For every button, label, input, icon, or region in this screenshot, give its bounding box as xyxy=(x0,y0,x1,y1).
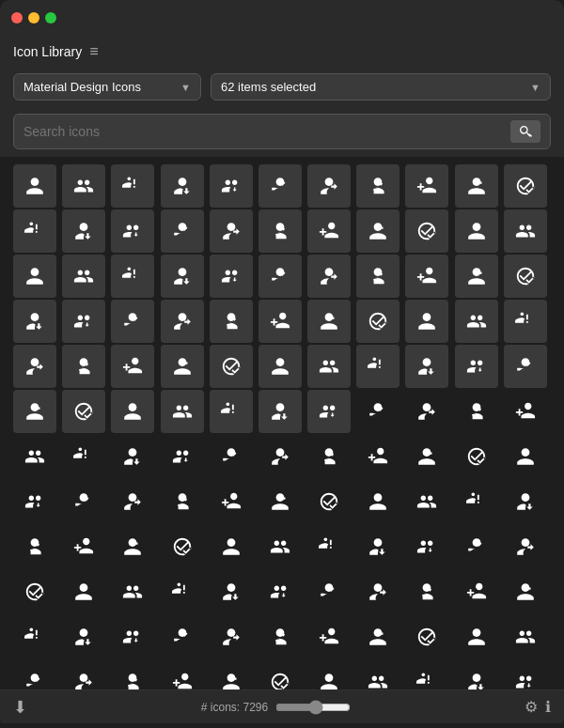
icon-cell[interactable] xyxy=(405,570,448,613)
icon-cell[interactable] xyxy=(504,345,547,388)
icon-cell[interactable] xyxy=(455,435,498,478)
icon-cell[interactable] xyxy=(504,525,547,568)
icon-cell[interactable] xyxy=(210,164,253,208)
icon-cell[interactable] xyxy=(111,480,154,523)
icon-cell[interactable] xyxy=(13,615,56,658)
icon-cell[interactable] xyxy=(356,164,400,208)
icon-cell[interactable] xyxy=(111,615,154,658)
info-button[interactable]: ℹ xyxy=(545,698,551,716)
icon-cell[interactable] xyxy=(504,300,547,343)
icon-cell[interactable] xyxy=(504,435,547,478)
icon-cell[interactable] xyxy=(455,390,498,433)
icon-cell[interactable] xyxy=(405,480,448,523)
icon-cell[interactable] xyxy=(455,209,498,253)
icon-cell[interactable] xyxy=(13,300,56,343)
size-slider[interactable] xyxy=(275,700,351,715)
icon-cell[interactable] xyxy=(455,164,498,208)
icon-cell[interactable] xyxy=(258,390,302,433)
close-button[interactable] xyxy=(11,12,23,23)
icon-cell[interactable] xyxy=(455,255,498,298)
icon-cell[interactable] xyxy=(307,435,351,478)
icon-cell[interactable] xyxy=(258,480,302,523)
icon-cell[interactable] xyxy=(62,615,105,658)
icon-cell[interactable] xyxy=(161,209,204,253)
icon-cell[interactable] xyxy=(62,164,105,208)
icon-cell[interactable] xyxy=(356,435,400,478)
icon-cell[interactable] xyxy=(504,164,547,208)
icon-cell[interactable] xyxy=(307,164,351,208)
icon-cell[interactable] xyxy=(455,300,498,343)
icon-cell[interactable] xyxy=(210,345,253,388)
icon-cell[interactable] xyxy=(210,255,253,298)
icon-cell[interactable] xyxy=(307,300,351,343)
icon-cell[interactable] xyxy=(307,660,351,689)
selected-dropdown[interactable]: 62 items selected ▼ xyxy=(211,73,551,101)
icon-cell[interactable] xyxy=(258,525,302,568)
icon-cell[interactable] xyxy=(210,390,253,433)
search-button[interactable] xyxy=(510,120,540,143)
icon-cell[interactable] xyxy=(356,480,400,523)
icon-cell[interactable] xyxy=(161,345,204,388)
icon-cell[interactable] xyxy=(62,345,105,388)
icon-cell[interactable] xyxy=(161,615,204,658)
icon-cell[interactable] xyxy=(13,390,56,433)
menu-icon[interactable]: ≡ xyxy=(89,43,98,60)
icon-cell[interactable] xyxy=(258,660,302,689)
icon-cell[interactable] xyxy=(405,164,448,208)
icon-cell[interactable] xyxy=(455,615,498,658)
icon-cell[interactable] xyxy=(405,209,448,253)
download-button[interactable]: ⬇ xyxy=(13,697,27,718)
maximize-button[interactable] xyxy=(45,12,56,23)
icon-cell[interactable] xyxy=(356,255,400,298)
icon-cell[interactable] xyxy=(111,390,154,433)
icon-cell[interactable] xyxy=(504,255,547,298)
icon-cell[interactable] xyxy=(455,345,498,388)
icon-cell[interactable] xyxy=(62,209,105,253)
icon-cell[interactable] xyxy=(210,525,253,568)
icon-cell[interactable] xyxy=(111,435,154,478)
icon-cell[interactable] xyxy=(161,660,204,689)
settings-button[interactable]: ⚙ xyxy=(525,698,538,716)
icon-cell[interactable] xyxy=(62,660,105,689)
icon-cell[interactable] xyxy=(307,209,351,253)
icon-cell[interactable] xyxy=(161,480,204,523)
icon-cell[interactable] xyxy=(405,345,448,388)
icon-cell[interactable] xyxy=(307,615,351,658)
icon-cell[interactable] xyxy=(161,525,204,568)
icon-cell[interactable] xyxy=(13,525,56,568)
icon-cell[interactable] xyxy=(62,480,105,523)
icons-container[interactable] xyxy=(0,157,564,689)
icon-cell[interactable] xyxy=(504,480,547,523)
icon-cell[interactable] xyxy=(111,525,154,568)
icon-cell[interactable] xyxy=(258,570,302,613)
icon-cell[interactable] xyxy=(405,255,448,298)
icon-cell[interactable] xyxy=(504,615,547,658)
icon-cell[interactable] xyxy=(258,255,302,298)
icon-cell[interactable] xyxy=(161,164,204,208)
icon-cell[interactable] xyxy=(258,615,302,658)
icon-cell[interactable] xyxy=(210,209,253,253)
icon-cell[interactable] xyxy=(356,209,400,253)
minimize-button[interactable] xyxy=(28,12,39,23)
icon-cell[interactable] xyxy=(111,255,154,298)
icon-cell[interactable] xyxy=(258,209,302,253)
icon-cell[interactable] xyxy=(13,435,56,478)
icon-cell[interactable] xyxy=(13,570,56,613)
icon-cell[interactable] xyxy=(161,300,204,343)
icon-cell[interactable] xyxy=(356,660,400,689)
icon-cell[interactable] xyxy=(504,660,547,689)
icon-cell[interactable] xyxy=(356,525,400,568)
icon-cell[interactable] xyxy=(504,570,547,613)
icon-cell[interactable] xyxy=(504,390,547,433)
icon-cell[interactable] xyxy=(258,435,302,478)
icon-cell[interactable] xyxy=(62,525,105,568)
icon-cell[interactable] xyxy=(13,209,56,253)
icon-cell[interactable] xyxy=(161,255,204,298)
icon-cell[interactable] xyxy=(111,164,154,208)
icon-cell[interactable] xyxy=(356,570,400,613)
icon-cell[interactable] xyxy=(111,660,154,689)
icon-cell[interactable] xyxy=(356,390,400,433)
icon-cell[interactable] xyxy=(455,480,498,523)
icon-cell[interactable] xyxy=(356,615,400,658)
icon-cell[interactable] xyxy=(405,660,448,689)
